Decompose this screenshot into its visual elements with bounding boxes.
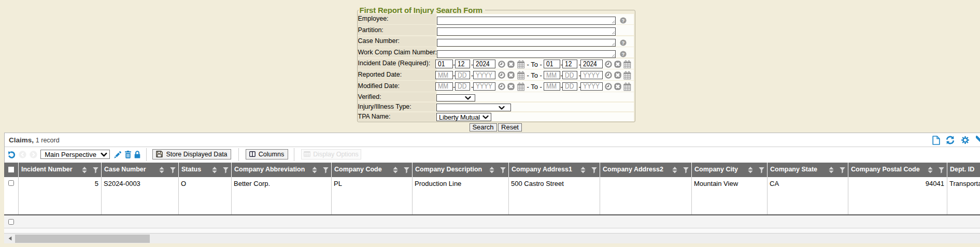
svg-text:?: ? (622, 18, 625, 23)
svg-text:?: ? (622, 40, 625, 46)
svg-text:?: ? (622, 51, 625, 57)
